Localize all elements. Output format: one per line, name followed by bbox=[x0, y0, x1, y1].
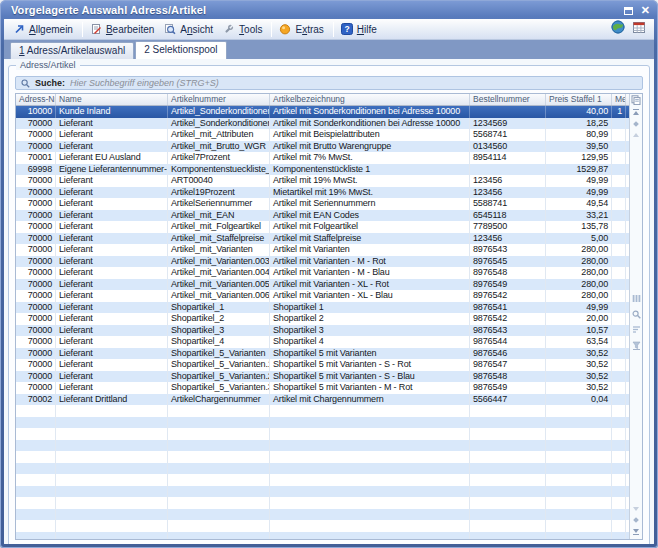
cell-menge bbox=[612, 152, 626, 164]
cell-name: Lieferant bbox=[56, 233, 168, 245]
groupbox-adress-artikel: Adress/Artikel Suche: Adress-Nr.NameArti… bbox=[8, 65, 650, 544]
table-row[interactable]: 70000LieferantArtikel_mit_Varianten.006A… bbox=[16, 290, 629, 302]
scroll-bottom-icon[interactable] bbox=[630, 526, 642, 536]
table-row[interactable]: 69998Eigene Lieferantennummer-FirmaKompo… bbox=[16, 164, 629, 176]
cell-bezeichnung: Shopartikel 5 mit Varianten - S - Rot bbox=[270, 359, 470, 371]
cell-bestellnr: 9876543 bbox=[470, 325, 546, 337]
column-header-artikelnr[interactable]: Artikelnummer bbox=[168, 94, 270, 105]
column-header-preis[interactable]: Preis Staffel 1 bbox=[546, 94, 612, 105]
table-row[interactable]: 70000LieferantShopartikel_5_Varianten.1S… bbox=[16, 359, 629, 371]
column-header-adressnr[interactable]: Adress-Nr. bbox=[16, 94, 56, 105]
table-row[interactable]: 70002Lieferant DrittlandArtikelChargennu… bbox=[16, 394, 629, 406]
scroll-up-icon[interactable] bbox=[630, 130, 642, 140]
scroll-top-icon[interactable] bbox=[630, 108, 642, 118]
table-row[interactable]: 70000LieferantArtikel_mit_EANArtikel mit… bbox=[16, 210, 629, 222]
column-chooser-icon[interactable] bbox=[630, 95, 642, 105]
table-row[interactable]: 70000LieferantArtikel_mit_VariantenArtik… bbox=[16, 244, 629, 256]
cell-bestellnr bbox=[470, 497, 546, 509]
cell-menge bbox=[612, 244, 626, 256]
cell-adressnr: 70000 bbox=[16, 256, 56, 268]
table-row[interactable]: 70000LieferantShopartikel_3Shopartikel 3… bbox=[16, 325, 629, 337]
search-icon[interactable] bbox=[630, 309, 642, 319]
cell-artikelnr: Artikel_mit_Brutto_WGR bbox=[168, 141, 270, 153]
table-row[interactable]: 70000LieferantArtikel_mit_AttributenArti… bbox=[16, 129, 629, 141]
table-row[interactable]: 70000LieferantArtikel_mit_Varianten.004A… bbox=[16, 267, 629, 279]
cell-adressnr: 70000 bbox=[16, 198, 56, 210]
table-row[interactable]: 70000LieferantShopartikel_2Shopartikel 2… bbox=[16, 313, 629, 325]
table-row[interactable]: 70000LieferantArtikel_mit_Varianten.003A… bbox=[16, 256, 629, 268]
cell-bestellnr: 8976542 bbox=[470, 290, 546, 302]
column-header-menge[interactable]: Me bbox=[612, 94, 626, 105]
table-row[interactable]: 70000LieferantArtikel19ProzentMietartike… bbox=[16, 187, 629, 199]
menu-label: Allgemein bbox=[29, 24, 73, 35]
grid-header: Adress-Nr.NameArtikelnummerArtikelbezeic… bbox=[16, 94, 642, 106]
cell-bezeichnung bbox=[270, 417, 470, 429]
cell-bezeichnung: Artikel mit Varianten - M - Rot bbox=[270, 256, 470, 268]
cell-adressnr: 10000 bbox=[16, 106, 56, 118]
table-row[interactable]: 70000LieferantArtikel_mit_Varianten.005A… bbox=[16, 279, 629, 291]
search-input[interactable] bbox=[70, 78, 637, 89]
cell-bezeichnung: Artikel mit Varianten bbox=[270, 244, 470, 256]
cell-bestellnr: 8954114 bbox=[470, 152, 546, 164]
table-row[interactable]: 70000LieferantShopartikel_5_VariantenSho… bbox=[16, 348, 629, 360]
cell-preis bbox=[546, 428, 612, 440]
cell-adressnr: 69998 bbox=[16, 164, 56, 176]
menu-hilfe[interactable]: ?Hilfe bbox=[337, 21, 383, 37]
table-row[interactable]: 70000LieferantShopartikel_5_Varianten.2S… bbox=[16, 371, 629, 383]
menu-ansicht[interactable]: Ansicht bbox=[160, 21, 219, 37]
table-row[interactable]: 70000LieferantShopartikel_5_Varianten.3S… bbox=[16, 382, 629, 394]
cell-bestellnr bbox=[470, 405, 546, 417]
cell-adressnr: 70002 bbox=[16, 394, 56, 406]
globe-icon[interactable] bbox=[611, 20, 625, 38]
cell-menge bbox=[612, 256, 626, 268]
scroll-up-marker-icon[interactable] bbox=[630, 119, 642, 129]
menu-allgemein[interactable]: Allgemein bbox=[9, 21, 79, 37]
cell-adressnr: 70000 bbox=[16, 141, 56, 153]
menu-tools[interactable]: Tools bbox=[219, 21, 268, 37]
menu-bearbeiten[interactable]: Bearbeiten bbox=[86, 21, 160, 37]
table-row[interactable]: 70000LieferantShopartikel_4Shopartikel 4… bbox=[16, 336, 629, 348]
cell-artikelnr bbox=[168, 405, 270, 417]
table-row[interactable]: 10000Kunde InlandArtikel_Sonderkondition… bbox=[16, 106, 629, 118]
cell-menge bbox=[612, 428, 626, 440]
column-header-name[interactable]: Name bbox=[56, 94, 168, 105]
groupbox-label: Adress/Artikel bbox=[16, 60, 80, 70]
cell-menge bbox=[612, 313, 626, 325]
cell-bestellnr: 123456 bbox=[470, 187, 546, 199]
cell-bestellnr: 9876546 bbox=[470, 348, 546, 360]
sort-icon[interactable] bbox=[630, 324, 642, 334]
scroll-down-marker-icon[interactable] bbox=[630, 515, 642, 525]
empty-row bbox=[16, 451, 629, 463]
cell-bezeichnung bbox=[270, 440, 470, 452]
cell-menge bbox=[612, 371, 626, 383]
menu-label: Bearbeiten bbox=[106, 24, 154, 35]
cell-name: Lieferant EU Ausland bbox=[56, 152, 168, 164]
datasheet-icon[interactable] bbox=[632, 20, 646, 38]
filter-icon[interactable] bbox=[630, 340, 642, 350]
tab-1[interactable]: 1 Adress/Artikelauswahl bbox=[10, 42, 134, 59]
scroll-down-icon[interactable] bbox=[630, 504, 642, 514]
menubar-items: AllgemeinBearbeitenAnsichtToolsExtras?Hi… bbox=[9, 21, 383, 37]
column-header-bezeichnung[interactable]: Artikelbezeichnung bbox=[270, 94, 470, 105]
cell-bestellnr bbox=[470, 164, 546, 176]
table-row[interactable]: 70000LieferantArtikelSeriennummerArtikel… bbox=[16, 198, 629, 210]
cell-bezeichnung: Artikel mit Folgeartikel bbox=[270, 221, 470, 233]
table-row[interactable]: 70000LieferantArtikel_SonderkonditionenA… bbox=[16, 118, 629, 130]
cell-artikelnr bbox=[168, 486, 270, 498]
cell-preis bbox=[546, 451, 612, 463]
cell-artikelnr bbox=[168, 440, 270, 452]
table-row[interactable]: 70000LieferantShopartikel_1Shopartikel 1… bbox=[16, 302, 629, 314]
columns-icon[interactable] bbox=[630, 293, 642, 303]
close-icon[interactable]: ✕ bbox=[641, 5, 650, 15]
column-header-bestellnr[interactable]: Bestellnummer bbox=[470, 94, 546, 105]
table-row[interactable]: 70000LieferantArtikel_mit_StaffelpreiseA… bbox=[16, 233, 629, 245]
tab-2[interactable]: 2 Selektionspool bbox=[135, 41, 226, 59]
table-row[interactable]: 70000LieferantArtikel_mit_Brutto_WGRArti… bbox=[16, 141, 629, 153]
cell-name: Lieferant bbox=[56, 221, 168, 233]
table-row[interactable]: 70000LieferantART00040Artikel mit 19% Mw… bbox=[16, 175, 629, 187]
menu-extras[interactable]: Extras bbox=[275, 21, 329, 37]
table-row[interactable]: 70001Lieferant EU AuslandArtikel7Prozent… bbox=[16, 152, 629, 164]
table-row[interactable]: 70000LieferantArtikel_mit_FolgeartikelAr… bbox=[16, 221, 629, 233]
restore-icon[interactable] bbox=[624, 1, 633, 19]
grid-body: 10000Kunde InlandArtikel_Sonderkondition… bbox=[16, 106, 629, 539]
